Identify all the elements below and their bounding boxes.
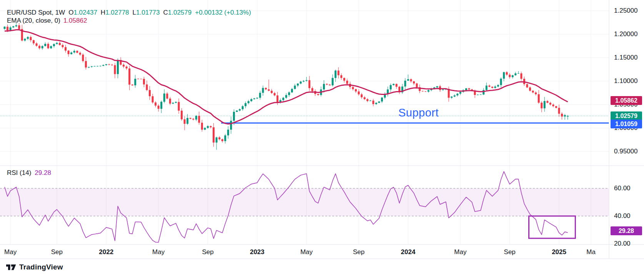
ohlc-value: 1.02437 <box>73 9 97 16</box>
price-axis-label: 1.10000 <box>614 77 637 85</box>
ohlc-key: L <box>133 9 136 16</box>
candles[interactable] <box>4 22 569 150</box>
ohlc-value: 1.02579 <box>168 9 191 16</box>
tradingview-watermark[interactable]: TradingView <box>6 263 63 271</box>
time-axis-label: 2022 <box>99 248 113 256</box>
rsi-legend-value: 29.28 <box>35 169 51 176</box>
time-axis-label: Ma <box>586 248 596 256</box>
change-value: +0.00132 (+0.13%) <box>195 9 251 16</box>
rsi-band <box>0 188 609 216</box>
ohlc-values: O1.02437H1.02778L1.01773C1.02579+0.00132… <box>65 9 251 16</box>
support-annotation-label[interactable]: Support <box>398 106 439 119</box>
ema-value-badge: 1.05862 <box>611 96 642 105</box>
ema-legend-value: 1.05862 <box>63 17 87 24</box>
time-axis-label: Sep <box>51 248 63 256</box>
tradingview-logo-icon <box>6 263 16 271</box>
support-price-badge: 1.01059 <box>611 120 642 128</box>
time-axis-label: May <box>152 248 165 256</box>
ohlc-key: H <box>101 9 105 16</box>
time-axis-label: Sep <box>202 248 213 256</box>
time-axis-label: May <box>454 248 466 256</box>
ohlc-value: 1.02778 <box>105 9 129 16</box>
ohlc-key: O <box>68 9 73 16</box>
time-axis-label: Sep <box>504 248 516 256</box>
ohlc-value: 1.01773 <box>136 9 160 16</box>
tradingview-chart-window: EUR/USD Spot, 1WO1.02437H1.02778L1.01773… <box>0 0 644 276</box>
time-axis-label: May <box>300 248 313 256</box>
price-axis-label: 1.15000 <box>614 54 637 62</box>
ohlc-key: C <box>163 9 168 16</box>
time-axis-label: 2023 <box>250 248 265 256</box>
price-axis-label: 0.95000 <box>614 148 637 155</box>
time-axis-label: 2024 <box>401 248 416 256</box>
price-and-rsi-chart-canvas[interactable] <box>0 0 644 276</box>
rsi-value-badge: 29.28 <box>611 226 642 235</box>
ema-legend-label: EMA (20, close, 0) <box>7 17 60 24</box>
time-axis-label: Sep <box>353 248 364 256</box>
rsi-axis-label: 60.00 <box>614 185 631 192</box>
rsi-axis-label: 40.00 <box>614 212 631 220</box>
price-axis-label: 1.25000 <box>614 7 637 15</box>
rsi-legend-label: RSI (14) <box>7 169 31 176</box>
ema-line[interactable] <box>5 30 568 124</box>
tradingview-logo-text: TradingView <box>19 263 63 271</box>
rsi-axis-label: 20.00 <box>614 240 631 248</box>
symbol-legend[interactable]: EUR/USD Spot, 1WO1.02437H1.02778L1.01773… <box>7 9 251 17</box>
ema-legend[interactable]: EMA (20, close, 0)1.05862 <box>7 17 87 25</box>
last-price-badge: 1.02579 <box>611 111 642 120</box>
time-axis-label: 2025 <box>552 248 566 256</box>
time-axis-label: May <box>4 248 17 256</box>
symbol-title: EUR/USD Spot, 1W <box>7 9 65 16</box>
price-axis-label: 1.20000 <box>614 30 637 38</box>
rsi-legend[interactable]: RSI (14)29.28 <box>7 169 51 177</box>
